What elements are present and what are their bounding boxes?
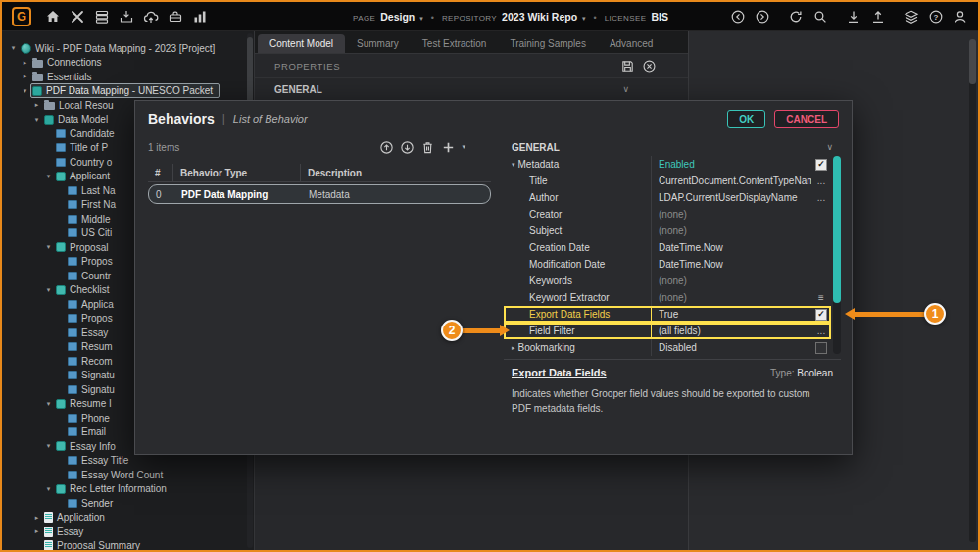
chevron-down-icon[interactable]: ▾ xyxy=(43,400,54,408)
chevron-right-icon[interactable]: ▸ xyxy=(512,344,515,352)
close-icon[interactable] xyxy=(642,59,657,74)
ok-button[interactable]: OK xyxy=(727,110,765,128)
tree-item-connections[interactable]: ▸Connections xyxy=(2,56,254,71)
checkbox-checked-icon[interactable] xyxy=(811,308,831,320)
chevron-down-icon[interactable]: ▾ xyxy=(582,15,586,23)
ellipsis-button[interactable]: ... xyxy=(811,176,831,186)
property-row-modification-date[interactable]: Modification DateDateTime.Now xyxy=(504,256,831,273)
tree-item-wiki-pdf-data-mapping-2023-project[interactable]: ▾Wiki - PDF Data Mapping - 2023 [Project… xyxy=(2,41,254,56)
property-row-field-filter[interactable]: Field Filter(all fields)... xyxy=(504,323,831,339)
chevron-right-icon[interactable]: ▸ xyxy=(20,59,30,67)
tree-item-essay[interactable]: ▸Essay xyxy=(2,525,254,539)
tree-item-rec-letter-information[interactable]: ▾Rec Letter Information xyxy=(2,482,254,497)
cancel-button[interactable]: CANCEL xyxy=(774,110,839,128)
property-value[interactable]: LDAP.CurrentUserDisplayName... xyxy=(651,189,831,206)
chevron-down-icon[interactable]: ∨ xyxy=(826,142,833,152)
home-icon[interactable] xyxy=(45,9,61,25)
search-icon[interactable] xyxy=(812,9,828,25)
chevron-down-icon[interactable]: ▾ xyxy=(419,15,423,23)
property-value[interactable]: DateTime.Now xyxy=(651,239,831,256)
tree-item-essentials[interactable]: ▸Essentials xyxy=(2,70,254,84)
chevron-down-icon[interactable]: ▾ xyxy=(43,485,54,493)
chevron-down-icon[interactable]: ▾ xyxy=(512,161,515,169)
tab-summary[interactable]: Summary xyxy=(345,34,411,53)
property-row-export-data-fields[interactable]: Export Data FieldsTrue xyxy=(504,306,831,323)
ellipsis-button[interactable]: ... xyxy=(811,192,831,203)
property-row-keyword-extractor[interactable]: Keyword Extractor(none)≡ xyxy=(504,289,831,306)
stats-icon[interactable] xyxy=(192,9,208,25)
upload-icon[interactable] xyxy=(870,9,886,25)
move-down-icon[interactable] xyxy=(400,140,415,155)
chevron-right-icon[interactable]: ▸ xyxy=(31,514,42,522)
property-row-author[interactable]: AuthorLDAP.CurrentUserDisplayName... xyxy=(504,189,831,206)
ellipsis-button[interactable]: ... xyxy=(811,326,831,336)
tree-item-proposal-summary[interactable]: Proposal Summary xyxy=(2,539,254,551)
property-group-header[interactable]: GENERAL ∨ xyxy=(504,138,841,156)
property-row-bookmarking[interactable]: ▸BookmarkingDisabled xyxy=(504,339,831,356)
tab-content-model[interactable]: Content Model xyxy=(258,34,345,53)
import-icon[interactable] xyxy=(119,9,134,25)
chevron-down-icon[interactable]: ∨ xyxy=(622,84,629,94)
property-value[interactable]: (none) xyxy=(651,273,831,289)
property-row-creation-date[interactable]: Creation DateDateTime.Now xyxy=(504,239,831,256)
back-icon[interactable] xyxy=(730,9,746,25)
property-value[interactable]: Disabled xyxy=(651,339,831,356)
tab-advanced[interactable]: Advanced xyxy=(598,34,664,53)
chevron-down-icon[interactable]: ▾ xyxy=(8,44,19,52)
property-value[interactable]: CurrentDocument.ContentTypeName... xyxy=(651,173,831,189)
property-row-creator[interactable]: Creator(none) xyxy=(504,206,831,223)
chevron-right-icon[interactable]: ▸ xyxy=(31,101,42,109)
tree-item-sender[interactable]: Sender xyxy=(2,496,254,511)
tab-test-extraction[interactable]: Test Extraction xyxy=(411,34,499,53)
property-grid-scrollbar[interactable] xyxy=(833,156,841,354)
toolbox-icon[interactable] xyxy=(168,9,183,25)
property-value[interactable]: (none)≡ xyxy=(651,289,831,306)
table-row[interactable]: 0 PDF Data Mapping Metadata xyxy=(148,184,491,204)
layers-icon[interactable] xyxy=(904,9,919,25)
design-tools-icon[interactable] xyxy=(70,9,85,25)
download-icon[interactable] xyxy=(846,9,861,25)
property-row-metadata[interactable]: ▾MetadataEnabled xyxy=(504,156,831,173)
scrollbar-thumb[interactable] xyxy=(833,156,841,303)
chevron-right-icon[interactable]: ▸ xyxy=(20,73,30,80)
user-icon[interactable] xyxy=(953,9,968,25)
page-selector[interactable]: Design xyxy=(380,11,415,23)
add-icon[interactable] xyxy=(441,140,456,155)
delete-icon[interactable] xyxy=(420,140,435,155)
property-row-keywords[interactable]: Keywords(none) xyxy=(504,273,831,289)
property-row-subject[interactable]: Subject(none) xyxy=(504,223,831,239)
chevron-down-icon[interactable]: ▾ xyxy=(43,173,54,180)
property-value[interactable]: True xyxy=(651,306,831,323)
save-icon[interactable] xyxy=(620,59,635,74)
tree-item-essay-word-count[interactable]: Essay Word Count xyxy=(2,468,254,482)
help-icon[interactable]: ? xyxy=(928,9,944,25)
chevron-right-icon[interactable]: ▸ xyxy=(31,527,42,535)
general-section-header[interactable]: GENERAL ∨ xyxy=(255,78,688,101)
scrollbar-thumb[interactable] xyxy=(969,39,976,84)
right-pane-scrollbar[interactable] xyxy=(969,39,976,542)
property-row-title[interactable]: TitleCurrentDocument.ContentTypeName... xyxy=(504,173,831,189)
property-value[interactable]: (none) xyxy=(651,223,831,239)
repository-selector[interactable]: 2023 Wiki Repo xyxy=(502,11,577,23)
tree-item-application[interactable]: ▸Application xyxy=(2,511,254,526)
checkbox-checked-icon[interactable] xyxy=(811,158,831,170)
refresh-icon[interactable] xyxy=(788,9,804,25)
chevron-down-icon[interactable]: ▾ xyxy=(43,442,54,450)
chevron-down-icon[interactable]: ▾ xyxy=(43,243,54,251)
tree-item-pdf-data-mapping-unesco-packet[interactable]: ▾PDF Data Mapping - UNESCO Packet xyxy=(2,84,254,99)
chevron-down-icon[interactable]: ▾ xyxy=(43,286,54,294)
property-value[interactable]: Enabled xyxy=(651,156,831,173)
chevron-down-icon[interactable]: ▾ xyxy=(31,116,42,124)
property-value[interactable]: DateTime.Now xyxy=(651,256,831,273)
grooper-logo[interactable]: G xyxy=(12,7,31,26)
property-value[interactable]: (none) xyxy=(651,206,831,223)
cloud-upload-icon[interactable] xyxy=(143,9,159,25)
servers-icon[interactable] xyxy=(94,9,110,25)
chevron-down-icon[interactable]: ▾ xyxy=(462,143,466,151)
menu-button[interactable]: ≡ xyxy=(811,292,831,303)
property-value[interactable]: (all fields)... xyxy=(651,323,831,339)
tree-item-essay-title[interactable]: Essay Title xyxy=(2,454,254,469)
checkbox-unchecked-icon[interactable] xyxy=(811,341,831,353)
forward-icon[interactable] xyxy=(755,9,770,25)
tab-training-samples[interactable]: Training Samples xyxy=(498,34,597,53)
